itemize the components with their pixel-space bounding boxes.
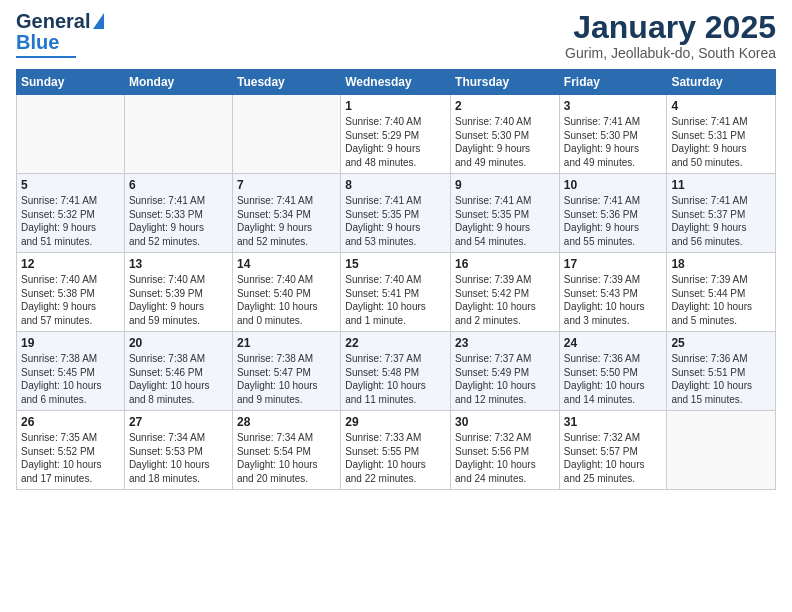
cell-text-line: and 56 minutes. — [671, 235, 771, 249]
day-number: 4 — [671, 99, 771, 113]
calendar-cell: 15Sunrise: 7:40 AMSunset: 5:41 PMDayligh… — [341, 253, 451, 332]
calendar-day-header: Thursday — [451, 70, 560, 95]
cell-text-line: Sunset: 5:50 PM — [564, 366, 663, 380]
day-number: 25 — [671, 336, 771, 350]
cell-text-line: and 59 minutes. — [129, 314, 228, 328]
cell-text-line: and 49 minutes. — [455, 156, 555, 170]
cell-text-line: Sunrise: 7:41 AM — [671, 194, 771, 208]
cell-text-line: Sunset: 5:29 PM — [345, 129, 446, 143]
calendar-day-header: Monday — [124, 70, 232, 95]
cell-text-line: Sunset: 5:57 PM — [564, 445, 663, 459]
cell-text-line: Sunset: 5:48 PM — [345, 366, 446, 380]
cell-text-line: Daylight: 9 hours — [21, 300, 120, 314]
day-number: 2 — [455, 99, 555, 113]
logo-general: General — [16, 10, 90, 33]
calendar-cell — [17, 95, 125, 174]
cell-text-line: Sunset: 5:49 PM — [455, 366, 555, 380]
page: General Blue January 2025 Gurim, Jeollab… — [0, 0, 792, 612]
day-number: 5 — [21, 178, 120, 192]
cell-text-line: and 0 minutes. — [237, 314, 336, 328]
calendar-day-header: Tuesday — [232, 70, 340, 95]
cell-text-line: Sunrise: 7:38 AM — [129, 352, 228, 366]
calendar-cell: 31Sunrise: 7:32 AMSunset: 5:57 PMDayligh… — [559, 411, 667, 490]
cell-text-line: Daylight: 10 hours — [564, 379, 663, 393]
cell-text-line: and 5 minutes. — [671, 314, 771, 328]
cell-text-line: Sunset: 5:36 PM — [564, 208, 663, 222]
cell-text-line: and 52 minutes. — [237, 235, 336, 249]
cell-text-line: and 48 minutes. — [345, 156, 446, 170]
cell-text-line: Sunset: 5:42 PM — [455, 287, 555, 301]
cell-text-line: Daylight: 10 hours — [237, 300, 336, 314]
cell-text-line: Sunrise: 7:38 AM — [21, 352, 120, 366]
calendar-week-row: 1Sunrise: 7:40 AMSunset: 5:29 PMDaylight… — [17, 95, 776, 174]
calendar-cell: 23Sunrise: 7:37 AMSunset: 5:49 PMDayligh… — [451, 332, 560, 411]
cell-text-line: and 14 minutes. — [564, 393, 663, 407]
header: General Blue January 2025 Gurim, Jeollab… — [16, 10, 776, 61]
cell-text-line: Daylight: 10 hours — [237, 379, 336, 393]
cell-text-line: Sunrise: 7:39 AM — [564, 273, 663, 287]
cell-text-line: and 6 minutes. — [21, 393, 120, 407]
cell-text-line: and 18 minutes. — [129, 472, 228, 486]
cell-text-line: and 54 minutes. — [455, 235, 555, 249]
cell-text-line: and 22 minutes. — [345, 472, 446, 486]
cell-text-line: Sunset: 5:34 PM — [237, 208, 336, 222]
calendar-day-header: Friday — [559, 70, 667, 95]
cell-text-line: Daylight: 10 hours — [21, 379, 120, 393]
cell-text-line: Sunset: 5:32 PM — [21, 208, 120, 222]
cell-text-line: Sunrise: 7:37 AM — [455, 352, 555, 366]
calendar-cell: 13Sunrise: 7:40 AMSunset: 5:39 PMDayligh… — [124, 253, 232, 332]
cell-text-line: Daylight: 10 hours — [345, 300, 446, 314]
cell-text-line: Sunset: 5:38 PM — [21, 287, 120, 301]
cell-text-line: Sunrise: 7:40 AM — [345, 115, 446, 129]
cell-text-line: Sunrise: 7:40 AM — [237, 273, 336, 287]
cell-text-line: Daylight: 9 hours — [345, 221, 446, 235]
day-number: 19 — [21, 336, 120, 350]
cell-text-line: and 11 minutes. — [345, 393, 446, 407]
calendar-week-row: 19Sunrise: 7:38 AMSunset: 5:45 PMDayligh… — [17, 332, 776, 411]
cell-text-line: Sunset: 5:31 PM — [671, 129, 771, 143]
day-number: 26 — [21, 415, 120, 429]
calendar-cell: 11Sunrise: 7:41 AMSunset: 5:37 PMDayligh… — [667, 174, 776, 253]
calendar-cell: 4Sunrise: 7:41 AMSunset: 5:31 PMDaylight… — [667, 95, 776, 174]
calendar-cell: 8Sunrise: 7:41 AMSunset: 5:35 PMDaylight… — [341, 174, 451, 253]
calendar-cell — [667, 411, 776, 490]
day-number: 23 — [455, 336, 555, 350]
calendar-cell: 12Sunrise: 7:40 AMSunset: 5:38 PMDayligh… — [17, 253, 125, 332]
cell-text-line: Sunrise: 7:41 AM — [345, 194, 446, 208]
cell-text-line: Daylight: 9 hours — [455, 221, 555, 235]
calendar-cell: 26Sunrise: 7:35 AMSunset: 5:52 PMDayligh… — [17, 411, 125, 490]
cell-text-line: Daylight: 10 hours — [564, 300, 663, 314]
logo-triangle-icon — [93, 13, 104, 29]
cell-text-line: and 1 minute. — [345, 314, 446, 328]
calendar-cell: 6Sunrise: 7:41 AMSunset: 5:33 PMDaylight… — [124, 174, 232, 253]
cell-text-line: Sunrise: 7:40 AM — [345, 273, 446, 287]
cell-text-line: Sunset: 5:30 PM — [455, 129, 555, 143]
cell-text-line: Sunrise: 7:41 AM — [564, 115, 663, 129]
cell-text-line: and 17 minutes. — [21, 472, 120, 486]
cell-text-line: Sunset: 5:46 PM — [129, 366, 228, 380]
cell-text-line: Sunrise: 7:41 AM — [671, 115, 771, 129]
day-number: 17 — [564, 257, 663, 271]
calendar-cell: 5Sunrise: 7:41 AMSunset: 5:32 PMDaylight… — [17, 174, 125, 253]
cell-text-line: Daylight: 10 hours — [345, 379, 446, 393]
day-number: 6 — [129, 178, 228, 192]
day-number: 20 — [129, 336, 228, 350]
day-number: 28 — [237, 415, 336, 429]
title-section: January 2025 Gurim, Jeollabuk-do, South … — [565, 10, 776, 61]
calendar-cell: 3Sunrise: 7:41 AMSunset: 5:30 PMDaylight… — [559, 95, 667, 174]
day-number: 18 — [671, 257, 771, 271]
cell-text-line: Sunrise: 7:38 AM — [237, 352, 336, 366]
cell-text-line: Sunrise: 7:39 AM — [455, 273, 555, 287]
cell-text-line: and 8 minutes. — [129, 393, 228, 407]
cell-text-line: Daylight: 10 hours — [129, 458, 228, 472]
logo: General Blue — [16, 10, 104, 58]
cell-text-line: Daylight: 10 hours — [671, 379, 771, 393]
calendar-day-header: Wednesday — [341, 70, 451, 95]
calendar-cell: 1Sunrise: 7:40 AMSunset: 5:29 PMDaylight… — [341, 95, 451, 174]
cell-text-line: and 55 minutes. — [564, 235, 663, 249]
cell-text-line: Sunrise: 7:35 AM — [21, 431, 120, 445]
calendar-day-header: Saturday — [667, 70, 776, 95]
cell-text-line: Sunrise: 7:32 AM — [564, 431, 663, 445]
cell-text-line: Sunrise: 7:37 AM — [345, 352, 446, 366]
cell-text-line: Sunrise: 7:40 AM — [21, 273, 120, 287]
